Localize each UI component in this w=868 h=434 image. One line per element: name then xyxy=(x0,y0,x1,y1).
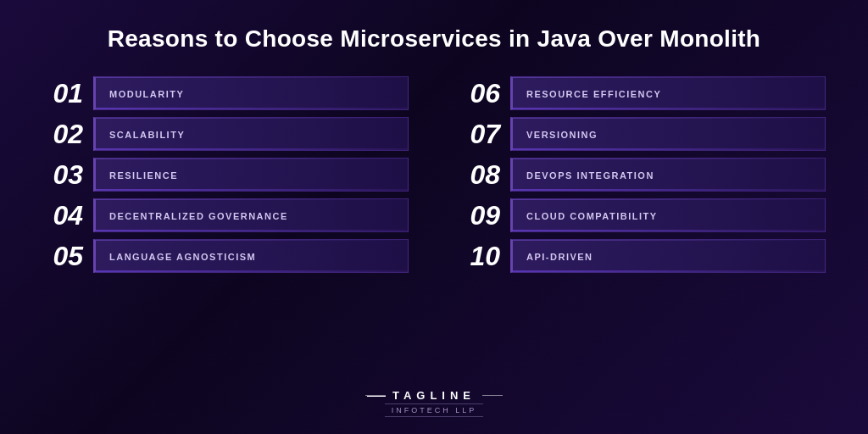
reason-label: MODULARITY xyxy=(109,89,184,99)
reason-number: 08 xyxy=(459,161,500,188)
reason-item: 07 VERSIONING xyxy=(459,117,826,151)
reason-label: SCALABILITY xyxy=(109,130,185,140)
reason-label: RESOURCE EFFICIENCY xyxy=(526,89,661,99)
reason-number: 06 xyxy=(459,80,500,107)
reason-number: 10 xyxy=(459,242,500,270)
reason-label-box: CLOUD COMPATIBILITY xyxy=(510,198,826,232)
reason-label-box: RESILIENCE xyxy=(93,158,409,192)
reason-label-box: LANGUAGE AGNOSTICISM xyxy=(93,239,409,273)
reason-label-box: MODULARITY xyxy=(93,76,409,110)
reason-label: RESILIENCE xyxy=(109,170,178,181)
reason-number: 02 xyxy=(42,120,83,147)
reason-label-box: RESOURCE EFFICIENCY xyxy=(510,76,826,110)
reason-item: 06 RESOURCE EFFICIENCY xyxy=(459,76,826,110)
brand-name: TAGLINE xyxy=(392,389,476,402)
tagline-wrapper: TAGLINE xyxy=(365,389,503,402)
brand-sub: INFOTECH LLP xyxy=(385,403,484,417)
reason-number: 09 xyxy=(459,202,500,229)
content-grid: 01 MODULARITY 02 SCALABILITY 03 RESILIEN… xyxy=(42,76,826,377)
right-column: 06 RESOURCE EFFICIENCY 07 VERSIONING 08 … xyxy=(459,76,826,377)
reason-label: DEVOPS INTEGRATION xyxy=(526,170,654,181)
reason-number: 01 xyxy=(42,80,83,107)
main-container: Reasons to Choose Microservices in Java … xyxy=(0,0,868,434)
reason-item: 10 API-DRIVEN xyxy=(459,239,826,273)
footer: TAGLINE INFOTECH LLP xyxy=(365,389,503,417)
reason-label: LANGUAGE AGNOSTICISM xyxy=(109,252,256,262)
reason-item: 05 LANGUAGE AGNOSTICISM xyxy=(42,239,409,273)
reason-label-box: API-DRIVEN xyxy=(510,239,826,273)
reason-label-box: SCALABILITY xyxy=(93,117,409,151)
reason-item: 08 DEVOPS INTEGRATION xyxy=(459,158,826,192)
reason-label: CLOUD COMPATIBILITY xyxy=(526,211,658,221)
reason-number: 07 xyxy=(459,120,500,147)
page-title: Reasons to Choose Microservices in Java … xyxy=(108,25,761,53)
reason-item: 03 RESILIENCE xyxy=(42,158,409,192)
reason-item: 02 SCALABILITY xyxy=(42,117,409,151)
reason-label-box: VERSIONING xyxy=(510,117,826,151)
reason-number: 05 xyxy=(42,242,83,270)
reason-label: VERSIONING xyxy=(526,130,598,140)
reason-label: API-DRIVEN xyxy=(526,252,593,262)
left-column: 01 MODULARITY 02 SCALABILITY 03 RESILIEN… xyxy=(42,76,409,377)
reason-item: 09 CLOUD COMPATIBILITY xyxy=(459,198,826,232)
reason-label-box: DECENTRALIZED GOVERNANCE xyxy=(93,198,409,232)
reason-item: 04 DECENTRALIZED GOVERNANCE xyxy=(42,198,409,232)
reason-number: 03 xyxy=(42,161,83,188)
reason-label: DECENTRALIZED GOVERNANCE xyxy=(109,211,288,221)
reason-label-box: DEVOPS INTEGRATION xyxy=(510,158,826,192)
tagline-line-right xyxy=(482,395,503,396)
reason-number: 04 xyxy=(42,202,83,229)
reason-item: 01 MODULARITY xyxy=(42,76,409,110)
